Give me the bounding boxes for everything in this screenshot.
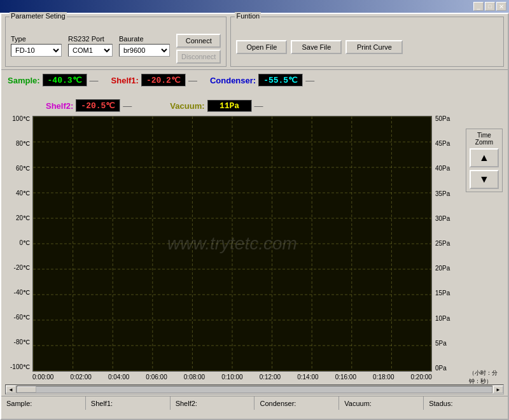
y-left-20: 20℃ xyxy=(16,215,30,221)
print-curve-button[interactable]: Print Curve xyxy=(345,40,403,54)
vacuum-reading: Vacuum: 11Pa — xyxy=(170,100,263,112)
status-bar: Sample: Shelf1: Shelf2: Condenser: Vacuu… xyxy=(1,396,508,410)
x-4: 0:04:00 xyxy=(108,374,129,381)
disconnect-button[interactable]: Disconnect xyxy=(176,50,221,64)
y-left-n60: -60℃ xyxy=(14,314,30,321)
type-select[interactable]: FD-10 xyxy=(11,44,62,57)
time-zoom-panel: Time Zomm ▲ ▼ xyxy=(466,129,503,192)
baudrate-field-group: Baurate br9600 xyxy=(119,35,170,57)
x-axis-unit: （小时：分钟：秒） xyxy=(469,372,505,383)
shelf1-reading: Shelf1: -20.2℃ — xyxy=(111,74,197,87)
y-left-n40: -40℃ xyxy=(14,290,30,296)
y-left-n20: -20℃ xyxy=(14,265,30,271)
save-file-button[interactable]: Save File xyxy=(291,40,342,54)
status-vacuum: Vacuum: xyxy=(339,396,424,410)
y-right-30pa: 30Pa xyxy=(435,216,450,222)
status-shelf1-label: Shelf1: xyxy=(91,400,113,407)
shelf2-value: -20.5℃ xyxy=(76,99,120,112)
title-buttons: _ □ ✕ xyxy=(473,2,506,11)
y-right-10pa: 10Pa xyxy=(435,316,450,322)
rs232-select[interactable]: COM1 xyxy=(68,44,113,57)
shelf2-dash: — xyxy=(123,101,132,111)
y-right-45pa: 45Pa xyxy=(435,141,450,147)
main-window: Parameter Seting Type FD-10 RS232 Port C… xyxy=(0,13,509,420)
title-text xyxy=(3,3,4,10)
shelf1-dash: — xyxy=(188,75,197,85)
status-status-label: Stadus: xyxy=(429,400,452,407)
scrollbar-area: ◄ ► xyxy=(5,384,504,395)
status-condenser-label: Condenser: xyxy=(260,400,296,407)
chart-container: 100℃ 80℃ 60℃ 40℃ 20℃ 0℃ -20℃ -40℃ -60℃ -… xyxy=(4,116,505,383)
y-left-0: 0℃ xyxy=(19,240,30,246)
y-left-40: 40℃ xyxy=(16,190,30,197)
type-field-group: Type FD-10 xyxy=(11,35,62,57)
status-vacuum-label: Vacuum: xyxy=(344,400,372,407)
parameter-group: Parameter Seting Type FD-10 RS232 Port C… xyxy=(5,17,227,67)
chart-inner: www.trytetc.com xyxy=(32,116,432,372)
sample-reading: Sample: -40.3℃ — xyxy=(8,74,99,87)
y-right-25pa: 25Pa xyxy=(435,241,450,247)
rs232-label: RS232 Port xyxy=(68,35,104,43)
x-20: 0:20:00 xyxy=(411,374,432,381)
status-shelf1: Shelf1: xyxy=(86,396,171,410)
close-button[interactable]: ✕ xyxy=(496,2,506,11)
status-condenser: Condenser: xyxy=(254,396,339,410)
readings-panel: Sample: -40.3℃ — Shelf1: -20.2℃ — Conden… xyxy=(1,70,508,116)
y-axis-right: 50Pa 45Pa 40Pa 35Pa 30Pa 25Pa 20Pa 15Pa … xyxy=(433,116,468,372)
x-18: 0:18:00 xyxy=(373,374,394,381)
scroll-left-button[interactable]: ◄ xyxy=(6,386,16,393)
shelf1-label: Shelf1: xyxy=(111,76,139,85)
zoom-down-button[interactable]: ▼ xyxy=(470,170,499,189)
status-sample-label: Sample: xyxy=(6,400,32,407)
status-shelf2-label: Shelf2: xyxy=(176,400,197,407)
y-right-0pa: 0Pa xyxy=(435,365,447,372)
condenser-value: -55.5℃ xyxy=(258,74,303,87)
chart-grid-svg xyxy=(33,116,431,371)
y-right-50pa: 50Pa xyxy=(435,116,450,122)
funtion-group: Funtion Open File Save File Print Curve xyxy=(230,17,504,67)
top-panel: Parameter Seting Type FD-10 RS232 Port C… xyxy=(1,14,508,70)
scrollbar-track[interactable] xyxy=(17,386,492,393)
sample-value: -40.3℃ xyxy=(43,74,87,87)
y-right-5pa: 5Pa xyxy=(435,340,447,347)
x-0: 0:00:00 xyxy=(32,374,53,381)
rs232-field-group: RS232 Port COM1 xyxy=(68,35,113,57)
x-12: 0:12:00 xyxy=(260,374,281,381)
x-14: 0:14:00 xyxy=(297,374,318,381)
readings-row2: Shelf2: -20.5℃ — Vacuum: 11Pa — xyxy=(8,99,501,112)
scrollbar-thumb[interactable] xyxy=(17,386,36,393)
scroll-right-button[interactable]: ► xyxy=(493,386,503,393)
maximize-button[interactable]: □ xyxy=(485,2,495,11)
type-label: Type xyxy=(11,35,26,43)
vacuum-label: Vacuum: xyxy=(170,101,204,111)
vacuum-dash: — xyxy=(254,101,263,111)
y-left-100: 100℃ xyxy=(12,116,30,122)
x-10: 0:10:00 xyxy=(221,374,242,381)
x-axis: 0:00:00 0:02:00 0:04:00 0:06:00 0:08:00 … xyxy=(32,372,432,383)
minimize-button[interactable]: _ xyxy=(473,2,484,11)
vacuum-value: 11Pa xyxy=(207,100,252,112)
zoom-up-button[interactable]: ▲ xyxy=(470,148,499,167)
condenser-reading: Condenser: -55.5℃ — xyxy=(210,74,314,87)
x-2: 0:02:00 xyxy=(70,374,91,381)
status-status: Stadus: xyxy=(424,396,508,410)
connect-button[interactable]: Connect xyxy=(176,34,221,48)
sample-label: Sample: xyxy=(8,76,40,85)
funtion-buttons: Open File Save File Print Curve xyxy=(236,40,403,54)
title-bar: _ □ ✕ xyxy=(0,0,509,13)
param-fields: Type FD-10 RS232 Port COM1 Baurate br960… xyxy=(11,27,221,64)
shelf2-reading: Shelf2: -20.5℃ — xyxy=(46,99,132,112)
condenser-label: Condenser: xyxy=(210,76,256,85)
y-right-35pa: 35Pa xyxy=(435,191,450,197)
parameter-group-label: Parameter Seting xyxy=(10,12,67,20)
y-right-15pa: 15Pa xyxy=(435,290,450,297)
x-axis-unit-text: （小时：分钟：秒） xyxy=(469,369,505,386)
x-8: 0:08:00 xyxy=(184,374,205,381)
connect-buttons: Connect Disconnect xyxy=(176,34,221,64)
x-16: 0:16:00 xyxy=(335,374,356,381)
x-6: 0:06:00 xyxy=(146,374,167,381)
status-sample: Sample: xyxy=(1,396,86,410)
y-right-20pa: 20Pa xyxy=(435,265,450,272)
open-file-button[interactable]: Open File xyxy=(236,40,287,54)
baudrate-select[interactable]: br9600 xyxy=(119,44,170,57)
